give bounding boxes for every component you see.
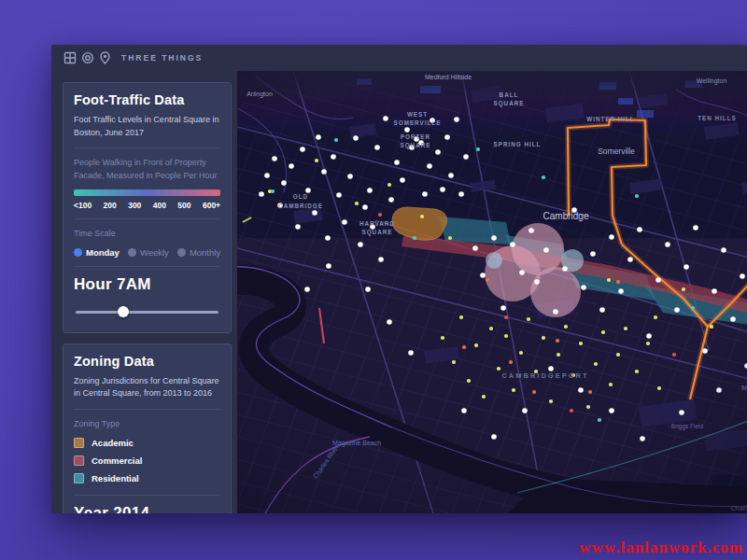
radio-label: Weekly — [140, 247, 169, 258]
svg-text:Cambridge: Cambridge — [543, 211, 589, 221]
svg-text:CAMBRIDGEPORT: CAMBRIDGEPORT — [502, 371, 589, 380]
traffic-legend-caption: People Walking in Front of Property Faca… — [74, 157, 220, 182]
radio-option-weekly[interactable]: Weekly — [128, 247, 169, 258]
traffic-gradient-bar — [74, 189, 220, 196]
sidebar: Foot-Traffic Data Foot Traffic Levels in… — [51, 71, 237, 513]
watermark: www.lanlanwork.com — [579, 539, 743, 557]
traffic-scale-labels: <100200300400500600+ — [74, 201, 220, 210]
scale-label: 400 — [153, 201, 166, 210]
svg-text:TEN HILLS: TEN HILLS — [698, 115, 737, 121]
radio-option-monthly[interactable]: Monthly — [177, 247, 220, 258]
divider — [74, 218, 220, 219]
zoning-card: Zoning Data Zoning Jurisdictions for Cen… — [63, 343, 232, 514]
foot-traffic-title: Foot-Traffic Data — [74, 92, 220, 107]
svg-text:SQUARE: SQUARE — [401, 142, 431, 149]
radio-option-monday[interactable]: Monday — [74, 247, 120, 258]
zoning-swatch — [74, 438, 84, 448]
zoning-legend-row: Residential — [74, 473, 220, 483]
pin-icon[interactable] — [99, 51, 111, 64]
hour-heading: Hour 7AM — [74, 275, 220, 294]
divider — [74, 495, 220, 496]
grid-icon[interactable] — [63, 51, 77, 64]
foot-traffic-description: Foot Traffic Levels in Central Square in… — [74, 114, 220, 139]
zoning-legend: AcademicCommercialResidential — [74, 438, 220, 483]
svg-text:Wellington: Wellington — [697, 77, 727, 85]
svg-text:SQUARE: SQUARE — [494, 100, 525, 107]
radio-dot[interactable] — [74, 248, 82, 257]
time-scale-label: Time Scale — [74, 228, 220, 241]
svg-text:SPRING HILL: SPRING HILL — [494, 141, 542, 147]
zoning-label: Residential — [92, 473, 139, 483]
scale-label: 600+ — [203, 201, 220, 210]
zoning-swatch — [74, 473, 84, 483]
svg-text:Magazine Beach: Magazine Beach — [332, 440, 381, 447]
svg-text:Arlington: Arlington — [247, 91, 273, 98]
svg-text:WEST: WEST — [407, 111, 428, 118]
radio-label: Monthly — [190, 247, 220, 258]
hour-slider-track[interactable] — [76, 311, 218, 314]
hour-slider-thumb[interactable] — [118, 306, 129, 317]
foot-traffic-card: Foot-Traffic Data Foot Traffic Levels in… — [63, 82, 232, 333]
svg-text:WINTER HILL: WINTER HILL — [586, 116, 635, 122]
radio-label: Monday — [86, 247, 120, 258]
map-svg[interactable]: Medford HillsideArlingtonWESTSOMERVILLEB… — [237, 71, 747, 513]
scale-label: <100 — [74, 201, 92, 210]
hour-slider[interactable] — [76, 306, 218, 317]
svg-text:CAMBRIDGE: CAMBRIDGE — [278, 203, 323, 209]
app-title: THREE THINGS — [121, 53, 203, 63]
zoning-legend-row: Commercial — [74, 455, 220, 466]
svg-text:Massachusetts: Massachusetts — [741, 385, 747, 391]
radio-dot[interactable] — [128, 248, 136, 257]
target-icon[interactable] — [81, 51, 94, 64]
zoning-title: Zoning Data — [74, 354, 220, 369]
zoning-legend-row: Academic — [74, 438, 220, 448]
app-window: THREE THINGS Foot-Traffic Data Foot Traf… — [51, 45, 747, 513]
map-canvas[interactable]: Medford HillsideArlingtonWESTSOMERVILLEB… — [237, 71, 747, 513]
year-heading: Year 2014 — [74, 504, 220, 513]
svg-text:BALL: BALL — [500, 91, 519, 98]
scale-label: 500 — [177, 201, 190, 210]
radio-dot[interactable] — [177, 248, 186, 257]
zoning-label: Commercial — [92, 455, 142, 466]
svg-text:HARVARD: HARVARD — [359, 220, 395, 227]
svg-text:Somerville: Somerville — [598, 147, 635, 156]
zoning-description: Zoning Jurisdictions for Central Square … — [74, 375, 220, 400]
divider — [74, 409, 220, 410]
zoning-type-label: Zoning Type — [74, 418, 220, 431]
divider — [74, 266, 220, 267]
scale-label: 200 — [104, 201, 117, 210]
svg-text:PORTER: PORTER — [401, 133, 430, 140]
svg-text:Medford Hillside: Medford Hillside — [425, 74, 472, 80]
zoning-label: Academic — [92, 438, 134, 448]
zoning-swatch — [74, 455, 84, 466]
svg-text:SOMERVILLE: SOMERVILLE — [394, 119, 442, 126]
svg-text:Charles River: Charles River — [731, 505, 747, 511]
scale-label: 300 — [128, 201, 141, 210]
svg-text:Briggs Field: Briggs Field — [671, 423, 704, 430]
divider — [74, 147, 220, 148]
svg-text:SQUARE: SQUARE — [362, 229, 393, 236]
time-scale-radios: MondayWeeklyMonthly — [74, 247, 220, 258]
svg-text:OLD: OLD — [293, 193, 308, 200]
topbar: THREE THINGS — [51, 45, 747, 71]
